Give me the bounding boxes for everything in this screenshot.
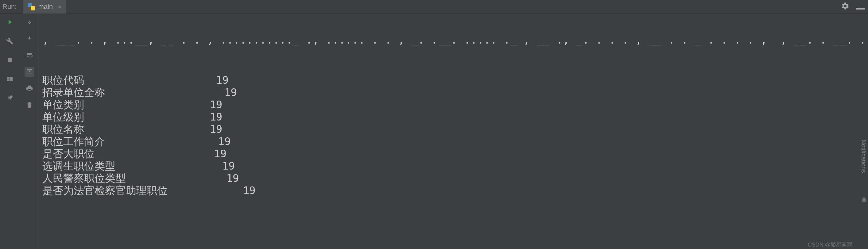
- scroll-to-end-icon[interactable]: [25, 67, 34, 77]
- output-row: 职位代码 19: [42, 74, 865, 86]
- output-row: 是否大职位 19: [42, 147, 865, 160]
- minimize-icon[interactable]: [856, 4, 865, 9]
- gear-icon[interactable]: [841, 2, 849, 12]
- notifications-bell-icon[interactable]: [861, 196, 867, 204]
- output-row: 职位工作简介 19: [42, 135, 865, 147]
- secondary-toolbar: [20, 13, 39, 249]
- print-icon[interactable]: [25, 83, 34, 93]
- panel-label: Run:: [2, 3, 17, 11]
- python-icon: [28, 3, 35, 10]
- output-row: 职位名称 19: [42, 123, 865, 135]
- console-output[interactable]: , ___. . , ...__, __ . . , ..........._ …: [39, 13, 868, 249]
- soft-wrap-icon[interactable]: [25, 50, 34, 60]
- watermark-text: CSDN @繁星蓝雨: [808, 241, 852, 248]
- output-row: 招录单位全称 19: [42, 86, 865, 99]
- stop-icon[interactable]: [5, 55, 15, 65]
- output-row: 选调生职位类型 19: [42, 160, 865, 172]
- pin-icon[interactable]: [5, 93, 15, 103]
- output-row: 单位类别 19: [42, 99, 865, 111]
- layout-icon[interactable]: [5, 74, 15, 84]
- rerun-icon[interactable]: [5, 17, 15, 27]
- close-tab-icon[interactable]: ×: [58, 3, 61, 10]
- arrow-up-icon[interactable]: [25, 17, 34, 27]
- content-wrapper: , ___. . , ...__, __ . . , ..........._ …: [0, 13, 868, 249]
- truncated-path-line: , ___. . , ...__, __ . . , ..........._ …: [42, 40, 865, 46]
- arrow-down-icon[interactable]: [25, 34, 34, 43]
- primary-toolbar: [0, 13, 20, 249]
- output-row: 是否为法官检察官助理职位 19: [42, 184, 865, 197]
- trash-icon[interactable]: [25, 100, 34, 110]
- tab-name: main: [38, 3, 53, 11]
- run-config-tab[interactable]: main ×: [23, 0, 66, 13]
- svg-rect-0: [8, 58, 12, 62]
- run-panel-header: Run: main ×: [0, 0, 868, 13]
- header-actions: [841, 0, 865, 13]
- wrench-icon[interactable]: [5, 36, 15, 46]
- output-row: 人民警察职位类型 19: [42, 172, 865, 184]
- notifications-tab[interactable]: Notifications: [859, 137, 868, 175]
- output-row: 单位级别 19: [42, 111, 865, 123]
